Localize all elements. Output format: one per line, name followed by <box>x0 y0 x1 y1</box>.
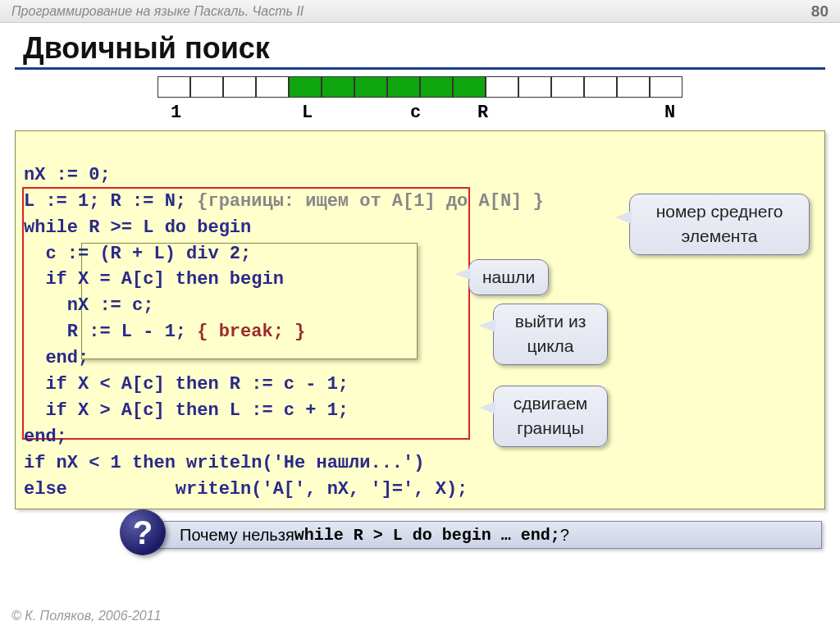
array-cell <box>453 76 486 98</box>
array-cell <box>420 76 453 98</box>
page-number: 80 <box>811 2 829 21</box>
array-visualization <box>0 76 840 98</box>
question-row: Почему нельзя while R > L do begin … end… <box>15 516 825 552</box>
footer-copyright: © К. Поляков, 2006-2011 <box>11 609 161 623</box>
array-cell <box>256 76 289 98</box>
array-cell <box>584 76 617 98</box>
array-cell <box>387 76 420 98</box>
label-1: 1 <box>171 103 181 123</box>
array-cell <box>223 76 256 98</box>
header-left: Программирование на языке Паскаль. Часть… <box>11 4 304 19</box>
array-labels: 1 L c R N <box>0 103 840 122</box>
callout-found: нашли <box>468 259 549 295</box>
array-cell <box>518 76 551 98</box>
array-cell <box>551 76 584 98</box>
question-code: while R > L do begin … end; <box>294 526 560 545</box>
callout-middle: номер среднегоэлемента <box>629 194 810 255</box>
label-N: N <box>664 103 675 123</box>
array-cell <box>322 76 354 98</box>
code-text: nX := 0; L := 1; R := N; {границы: ищем … <box>24 136 816 502</box>
question-post: ? <box>560 526 569 545</box>
callout-shift: сдвигаемграницы <box>493 386 608 447</box>
array-cell <box>289 76 322 98</box>
code-block: nX := 0; L := 1; R := N; {границы: ищем … <box>15 130 825 509</box>
title-underline <box>15 67 825 70</box>
array-cell <box>486 76 518 98</box>
callout-exit: выйти изцикла <box>493 304 608 365</box>
question-box: Почему нельзя while R > L do begin … end… <box>131 521 822 549</box>
label-L: L <box>302 103 313 123</box>
question-pre: Почему нельзя <box>180 526 294 545</box>
label-R: R <box>477 103 488 123</box>
label-c: c <box>410 103 421 123</box>
array-cell <box>617 76 650 98</box>
page-title: Двоичный поиск <box>0 23 840 67</box>
array-cell <box>650 76 682 98</box>
header-bar: Программирование на языке Паскаль. Часть… <box>0 0 840 23</box>
array-cell <box>354 76 387 98</box>
array-cell <box>190 76 223 98</box>
array-cell <box>158 76 190 98</box>
